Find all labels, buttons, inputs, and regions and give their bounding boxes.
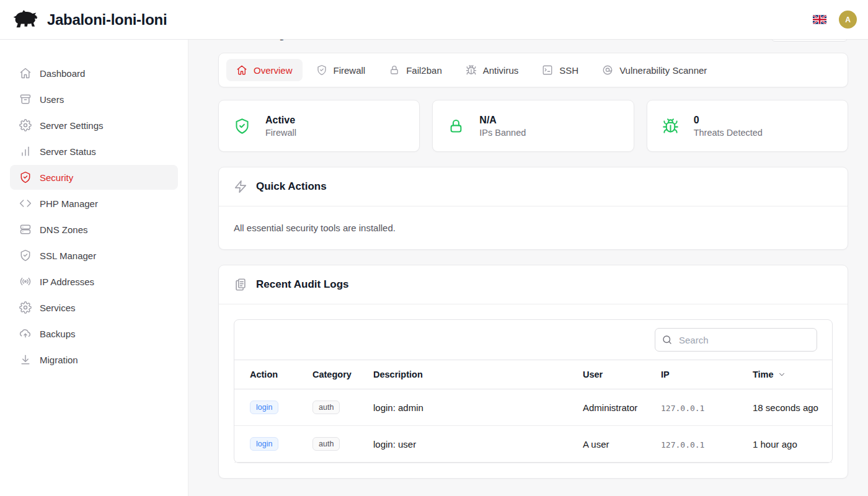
column-header-user[interactable]: User [573, 360, 651, 389]
gear-icon [19, 119, 32, 131]
lock-icon [448, 118, 464, 135]
sidebar-item-dashboard[interactable]: Dashboard [10, 61, 178, 86]
status-card-ips-banned: N/A IPs Banned [432, 100, 634, 152]
sidebar-item-label: Services [40, 303, 76, 313]
download-icon [19, 353, 32, 366]
brand[interactable]: Jabaloni-loni-loni [11, 9, 167, 30]
sidebar-item-label: Security [40, 172, 73, 183]
tab-label: Antivirus [483, 65, 519, 76]
top-header: Jabaloni-loni-loni A [0, 0, 868, 40]
column-header-time[interactable]: Time [743, 360, 832, 389]
sidebar-item-label: Users [40, 94, 64, 105]
home-icon [19, 67, 32, 79]
quick-actions-title: Quick Actions [256, 180, 327, 193]
column-header-ip[interactable]: IP [651, 360, 743, 389]
column-header-action[interactable]: Action [234, 360, 303, 389]
description-cell: login: admin [363, 389, 573, 426]
tab-label: Firewall [334, 65, 366, 76]
column-header-category[interactable]: Category [303, 360, 363, 389]
home-icon [236, 64, 247, 76]
code-icon [19, 197, 32, 210]
shield-check-icon [234, 118, 250, 135]
sidebar-item-label: IP Addresses [40, 277, 94, 287]
description-cell: login: user [363, 426, 573, 463]
sidebar-item-php-manager[interactable]: PHP Manager [10, 191, 178, 216]
user-avatar[interactable]: A [839, 11, 857, 29]
status-cards: Active Firewall N/A IPs Banned 0 Threats… [218, 100, 848, 152]
audit-table-container: Action Category Description User IP Time [234, 319, 833, 463]
radio-icon [19, 275, 32, 288]
tab-label: Overview [254, 65, 293, 76]
column-header-description[interactable]: Description [363, 360, 573, 389]
search-input[interactable] [655, 328, 817, 352]
chevron-down-icon [777, 370, 786, 379]
tab-fail2ban[interactable]: Fail2ban [379, 59, 452, 81]
status-value: Active [265, 115, 296, 126]
tab-overview[interactable]: Overview [226, 59, 303, 81]
user-cell: A user [573, 426, 651, 463]
sidebar-item-ssl-manager[interactable]: SSL Manager [10, 243, 178, 268]
cloud-upload-icon [19, 327, 32, 340]
sidebar-item-label: DNS Zones [40, 224, 88, 235]
scan-icon [602, 64, 613, 76]
category-badge: auth [312, 401, 340, 414]
tab-label: SSH [559, 65, 578, 76]
action-badge: login [250, 401, 278, 414]
tab-firewall[interactable]: Firewall [306, 59, 376, 81]
table-row[interactable]: login auth login: admin Administrator 12… [234, 389, 832, 426]
sidebar-item-label: Server Status [40, 146, 96, 157]
audit-logs-title: Recent Audit Logs [256, 278, 349, 291]
app-title: Jabaloni-loni-loni [47, 11, 167, 29]
tab-vulnerability-scanner[interactable]: Vulnerability Scanner [592, 59, 717, 81]
status-label: IPs Banned [479, 128, 526, 138]
tab-ssh[interactable]: SSH [532, 59, 588, 81]
sidebar-item-label: SSL Manager [40, 250, 96, 261]
sidebar-item-backups[interactable]: Backups [10, 321, 178, 346]
sidebar-item-ip-addresses[interactable]: IP Addresses [10, 269, 178, 294]
status-card-firewall: Active Firewall [218, 100, 420, 152]
archive-icon [19, 93, 32, 105]
boar-logo-icon [11, 9, 40, 30]
ip-cell: 127.0.0.1 [661, 440, 704, 450]
sidebar-item-users[interactable]: Users [10, 87, 178, 112]
status-card-threats: 0 Threats Detected [647, 100, 848, 152]
audit-search [655, 328, 817, 352]
sidebar-item-services[interactable]: Services [10, 295, 178, 320]
shield-check-icon [316, 64, 327, 76]
security-tabs: Overview Firewall Fail2ban Antivirus SSH [218, 53, 848, 87]
audit-table: Action Category Description User IP Time [234, 360, 832, 463]
tab-label: Vulnerability Scanner [619, 65, 707, 76]
sidebar-item-dns-zones[interactable]: DNS Zones [10, 217, 178, 242]
action-badge: login [250, 437, 278, 451]
sidebar-item-migration[interactable]: Migration [10, 347, 178, 372]
sidebar-item-server-settings[interactable]: Server Settings [10, 113, 178, 138]
tab-antivirus[interactable]: Antivirus [456, 59, 529, 81]
bug-icon [662, 118, 679, 135]
quick-actions-message: All essential security tools are install… [219, 206, 848, 249]
clipboard-icon [234, 278, 247, 291]
sidebar-item-label: Server Settings [40, 120, 104, 131]
shield-check-icon [19, 171, 32, 184]
terminal-icon [542, 64, 553, 76]
status-label: Threats Detected [694, 128, 763, 138]
ip-cell: 127.0.0.1 [661, 404, 704, 413]
category-badge: auth [312, 437, 340, 451]
zap-icon [234, 180, 247, 193]
table-row[interactable]: login auth login: user A user 127.0.0.1 … [234, 426, 832, 463]
sidebar-nav: Dashboard Users Server Settings Server S… [0, 40, 188, 496]
sidebar-item-server-status[interactable]: Server Status [10, 139, 178, 164]
search-icon [662, 334, 673, 345]
status-label: Firewall [265, 128, 296, 138]
status-value: 0 [694, 115, 763, 126]
status-value: N/A [479, 115, 526, 126]
lock-icon [389, 64, 400, 76]
bug-icon [466, 64, 477, 76]
audit-logs-card: Recent Audit Logs Action Cat [218, 265, 848, 479]
tab-label: Fail2ban [406, 65, 442, 76]
sidebar-item-security[interactable]: Security [10, 165, 178, 190]
shield-check-icon [19, 249, 32, 262]
language-flag-icon[interactable] [813, 15, 826, 24]
quick-actions-card: Quick Actions All essential security too… [218, 167, 848, 250]
main-content: Security Center Take Tour Overview Firew… [188, 0, 868, 479]
time-cell: 18 seconds ago [743, 389, 832, 426]
